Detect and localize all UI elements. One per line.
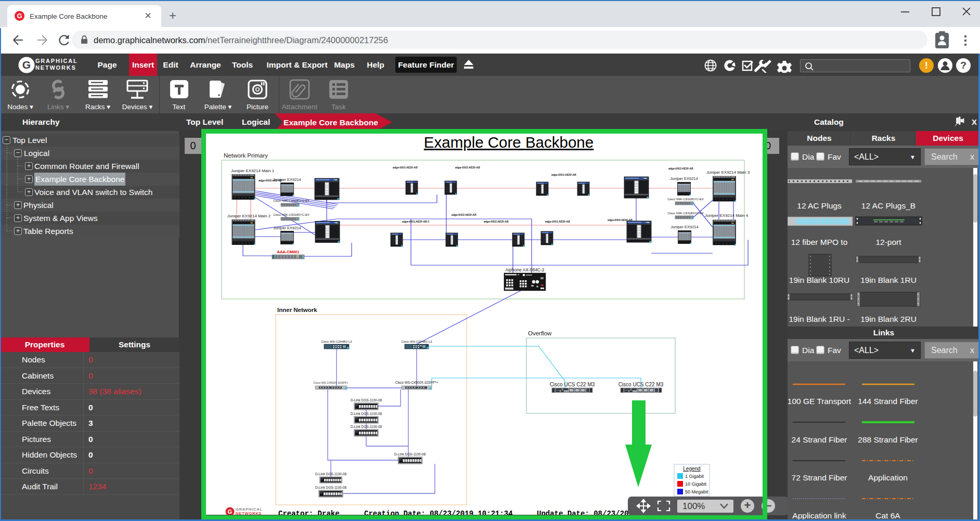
svg-text:24 Strand Fiber: 24 Strand Fiber bbox=[792, 435, 847, 444]
svg-text:Application link: Application link bbox=[792, 511, 846, 520]
svg-text:100 GE Transport: 100 GE Transport bbox=[788, 397, 852, 406]
svg-text:12 AC Plugs: 12 AC Plugs bbox=[797, 201, 842, 210]
svg-text:288 Strand Fiber: 288 Strand Fiber bbox=[858, 435, 918, 444]
svg-text:12 AC Plugs_B: 12 AC Plugs_B bbox=[861, 201, 915, 210]
svg-text:19in Blank 10RU: 19in Blank 10RU bbox=[789, 276, 849, 284]
svg-text:144 Strand Fiber: 144 Strand Fiber bbox=[858, 397, 918, 406]
svg-text:12-port: 12-port bbox=[875, 238, 901, 246]
svg-text:Example Core Backbone: Example Core Backbone bbox=[283, 118, 378, 127]
svg-text:X: X bbox=[972, 118, 977, 126]
svg-text:19in Blank 1RU -: 19in Blank 1RU - bbox=[789, 315, 849, 323]
svg-text:19in Blank 2RU: 19in Blank 2RU bbox=[860, 315, 917, 323]
svg-text:Cat 6A: Cat 6A bbox=[875, 511, 900, 520]
svg-text:19in Blank 1RU: 19in Blank 1RU bbox=[860, 276, 917, 284]
svg-text:12 fiber MPO to: 12 fiber MPO to bbox=[791, 238, 848, 246]
svg-text:Application: Application bbox=[868, 473, 908, 482]
svg-text:G: G bbox=[22, 59, 31, 71]
svg-text:72 Strand Fiber: 72 Strand Fiber bbox=[792, 473, 847, 482]
